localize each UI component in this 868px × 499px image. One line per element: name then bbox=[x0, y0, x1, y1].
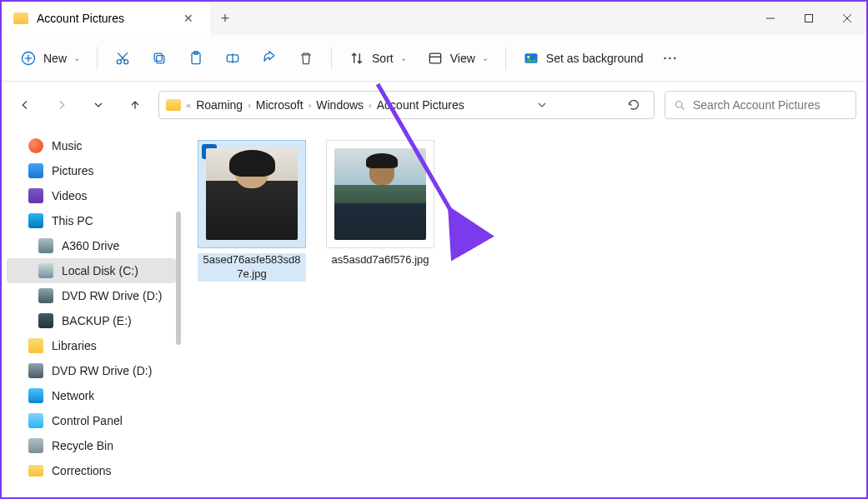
control-panel-icon bbox=[28, 413, 43, 428]
search-input[interactable] bbox=[693, 98, 847, 112]
up-button[interactable] bbox=[122, 92, 148, 118]
new-tab-button[interactable]: + bbox=[210, 3, 240, 33]
sidebar-item-recyclebin[interactable]: Recycle Bin bbox=[2, 433, 181, 458]
clipboard-icon bbox=[188, 50, 204, 67]
sidebar-item-backup[interactable]: BACKUP (E:) bbox=[2, 308, 181, 333]
chevron-down-icon: ⌄ bbox=[482, 53, 489, 62]
forward-button[interactable] bbox=[48, 92, 75, 118]
share-icon bbox=[261, 50, 278, 67]
dvd-icon bbox=[28, 363, 43, 378]
navigation-pane: Music Pictures Videos This PC A360 Drive… bbox=[2, 128, 181, 497]
thumbnail bbox=[326, 140, 434, 248]
disk-icon bbox=[38, 263, 53, 278]
sidebar-item-a360[interactable]: A360 Drive bbox=[2, 233, 181, 258]
image-thumbnail bbox=[206, 148, 298, 240]
sort-label: Sort bbox=[372, 52, 394, 65]
sidebar-item-label: Videos bbox=[52, 189, 88, 202]
sidebar-item-label: Control Panel bbox=[52, 414, 123, 427]
back-button[interactable] bbox=[12, 92, 38, 118]
folder-icon bbox=[13, 12, 28, 24]
chevron-down-icon: ⌄ bbox=[73, 53, 80, 62]
view-icon bbox=[427, 50, 444, 67]
sort-icon bbox=[349, 50, 365, 67]
recent-button[interactable] bbox=[85, 92, 112, 118]
new-button[interactable]: New ⌄ bbox=[12, 43, 88, 73]
sidebar-item-label: DVD RW Drive (D:) bbox=[62, 289, 162, 302]
crumb-microsoft[interactable]: Microsoft bbox=[256, 98, 304, 112]
sidebar-item-corrections[interactable]: Corrections bbox=[2, 458, 181, 483]
address-bar[interactable]: « Roaming › Microsoft › Windows › Accoun… bbox=[158, 91, 655, 119]
tab-close-button[interactable]: ✕ bbox=[180, 8, 197, 28]
window-controls bbox=[751, 2, 866, 35]
sidebar-item-label: Corrections bbox=[52, 464, 112, 477]
sidebar-item-label: Recycle Bin bbox=[52, 439, 113, 452]
view-label: View bbox=[450, 52, 475, 65]
file-item[interactable]: 5ased76asfe583sd87e.jpg bbox=[198, 140, 306, 282]
file-item[interactable]: as5asdd7a6f576.jpg bbox=[326, 140, 434, 267]
scrollbar-thumb[interactable] bbox=[176, 212, 181, 345]
sidebar-item-libraries[interactable]: Libraries bbox=[2, 333, 181, 358]
chevron-right-icon: › bbox=[248, 100, 251, 110]
new-label: New bbox=[43, 52, 67, 65]
set-background-button[interactable]: Set as background bbox=[514, 43, 652, 73]
sort-button[interactable]: Sort ⌄ bbox=[340, 43, 415, 73]
chevron-right-icon: › bbox=[309, 100, 312, 110]
drive-icon bbox=[38, 313, 53, 328]
crumb-windows[interactable]: Windows bbox=[316, 98, 364, 112]
minimize-button[interactable] bbox=[751, 2, 790, 35]
scissors-icon bbox=[114, 50, 131, 67]
maximize-button[interactable] bbox=[790, 2, 828, 35]
close-window-button[interactable] bbox=[828, 2, 866, 35]
image-thumbnail bbox=[334, 148, 426, 240]
svg-point-20 bbox=[527, 55, 529, 57]
sidebar-item-label: Libraries bbox=[52, 339, 97, 352]
sidebar-item-label: Music bbox=[52, 139, 83, 152]
svg-rect-1 bbox=[805, 15, 813, 22]
crumb-roaming[interactable]: Roaming bbox=[196, 98, 243, 112]
share-button[interactable] bbox=[253, 43, 286, 73]
file-name: 5ased76asfe583sd87e.jpg bbox=[198, 253, 306, 282]
sidebar-item-dvd2[interactable]: DVD RW Drive (D:) bbox=[2, 358, 181, 383]
refresh-button[interactable] bbox=[620, 92, 647, 118]
sidebar-item-label: A360 Drive bbox=[62, 239, 119, 252]
sidebar-item-localdisk[interactable]: Local Disk (C:) bbox=[7, 258, 176, 283]
copy-button[interactable] bbox=[143, 43, 176, 73]
search-box[interactable] bbox=[665, 91, 856, 119]
sidebar-item-music[interactable]: Music bbox=[2, 133, 181, 158]
thumbnail bbox=[198, 140, 306, 248]
recycle-bin-icon bbox=[28, 438, 43, 453]
sidebar-item-label: Local Disk (C:) bbox=[62, 264, 138, 277]
rename-button[interactable] bbox=[216, 43, 249, 73]
chevron-right-icon: › bbox=[369, 100, 372, 110]
titlebar: Account Pictures ✕ + bbox=[2, 2, 866, 35]
drive-icon bbox=[38, 238, 53, 253]
set-background-label: Set as background bbox=[546, 52, 644, 65]
trash-icon bbox=[298, 50, 314, 67]
crumb-account-pictures[interactable]: Account Pictures bbox=[377, 98, 464, 112]
videos-icon bbox=[28, 188, 43, 203]
address-dropdown[interactable] bbox=[529, 92, 555, 118]
view-button[interactable]: View ⌄ bbox=[419, 43, 497, 73]
tab-title: Account Pictures bbox=[37, 12, 124, 25]
tab-active[interactable]: Account Pictures ✕ bbox=[2, 2, 210, 35]
cut-button[interactable] bbox=[106, 43, 139, 73]
sidebar-item-label: DVD RW Drive (D:) bbox=[52, 364, 152, 377]
sidebar-item-thispc[interactable]: This PC bbox=[2, 208, 181, 233]
paste-button[interactable] bbox=[179, 43, 213, 73]
sidebar-item-label: Network bbox=[52, 389, 94, 402]
sidebar-item-videos[interactable]: Videos bbox=[2, 183, 181, 208]
dvd-icon bbox=[38, 288, 53, 303]
sidebar-item-label: BACKUP (E:) bbox=[62, 314, 132, 327]
sidebar-item-pictures[interactable]: Pictures bbox=[2, 158, 181, 183]
sidebar-item-network[interactable]: Network bbox=[2, 383, 181, 408]
body: Music Pictures Videos This PC A360 Drive… bbox=[2, 128, 866, 497]
search-icon bbox=[674, 99, 686, 112]
libraries-icon bbox=[28, 338, 43, 353]
sidebar-item-controlpanel[interactable]: Control Panel bbox=[2, 408, 181, 433]
plus-circle-icon bbox=[20, 50, 37, 67]
address-row: « Roaming › Microsoft › Windows › Accoun… bbox=[2, 82, 866, 128]
sidebar-item-dvd[interactable]: DVD RW Drive (D:) bbox=[2, 283, 181, 308]
more-button[interactable]: ··· bbox=[655, 43, 687, 73]
delete-button[interactable] bbox=[289, 43, 323, 73]
sidebar-item-label: This PC bbox=[52, 214, 93, 227]
